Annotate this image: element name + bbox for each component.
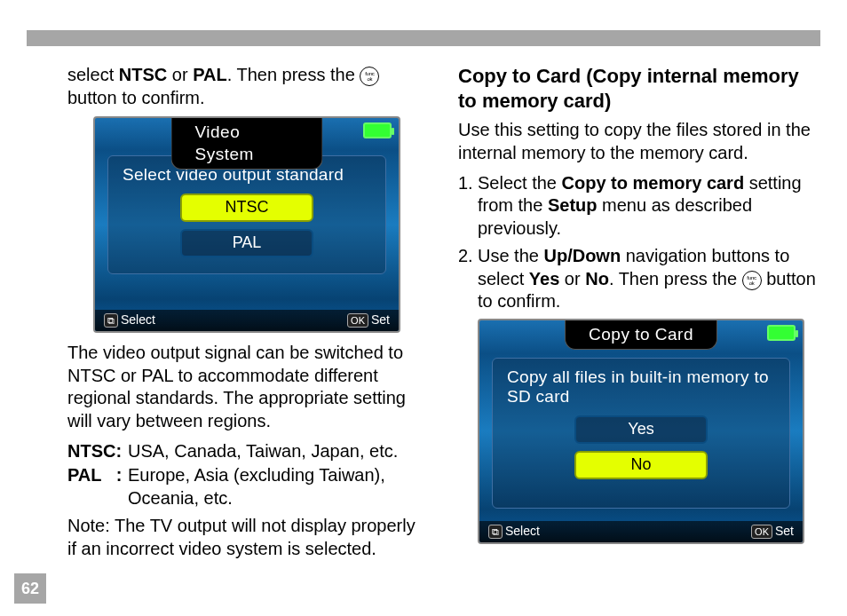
option-ntsc[interactable]: NTSC: [180, 193, 313, 222]
content-columns: select NTSC or PAL. Then press the funco…: [67, 64, 820, 596]
pal-term: PAL: [193, 65, 227, 84]
lcd-topbar: Video System: [95, 118, 399, 148]
step-number: 2.: [458, 245, 473, 268]
steps-list: 1. Select the Copy to memory card settin…: [458, 172, 817, 314]
region-list: NTSC: USA, Canada, Taiwan, Japan, etc. P…: [67, 440, 426, 510]
lcd-copy-to-card: Copy to Card Copy all files in built-in …: [478, 319, 804, 544]
pal-label: PAL :: [67, 464, 128, 509]
text: or: [167, 65, 193, 84]
footer-right: OKSet: [751, 524, 794, 540]
lcd-title: Video System: [171, 118, 323, 170]
option-yes[interactable]: Yes: [574, 415, 708, 444]
explain-paragraph: The video output signal can be switched …: [67, 342, 426, 432]
nav-key-icon: ⧉: [104, 313, 118, 328]
battery-icon: [363, 122, 392, 138]
left-column: select NTSC or PAL. Then press the funco…: [67, 64, 426, 596]
func-ok-icon: funcok: [742, 271, 762, 290]
ntsc-label: NTSC:: [67, 440, 128, 463]
func-ok-icon: funcok: [360, 67, 379, 86]
lcd-footer: ⧉Select OKSet: [95, 310, 399, 331]
page-number: 62: [14, 573, 46, 604]
copy-intro: Use this setting to copy the files store…: [458, 119, 817, 164]
text: Select the: [478, 173, 562, 193]
lcd-prompt: Copy all files in built-in memory to SD …: [507, 367, 780, 407]
battery-icon: [767, 325, 796, 341]
note-paragraph: Note: The TV output will not display pro…: [67, 515, 426, 560]
term: Copy to memory card: [562, 173, 745, 193]
term: Setup: [548, 195, 598, 215]
right-column: Copy to Card (Copy internal memory to me…: [458, 64, 817, 596]
pal-regions: Europe, Asia (excluding Taiwan), Oceania…: [128, 464, 426, 509]
lcd-body: Copy all files in built-in memory to SD …: [492, 358, 790, 509]
option-no[interactable]: No: [574, 451, 708, 479]
lcd-title: Copy to Card: [565, 320, 717, 350]
step-number: 1.: [458, 172, 473, 195]
copy-to-card-heading: Copy to Card (Copy internal memory to me…: [458, 64, 817, 114]
term: Up/Down: [543, 246, 621, 265]
step-2: 2. Use the Up/Down navigation buttons to…: [458, 245, 817, 313]
ntsc-regions: USA, Canada, Taiwan, Japan, etc.: [128, 440, 426, 463]
footer-right: OKSet: [347, 312, 390, 328]
ok-key-icon: OK: [347, 313, 368, 328]
lcd-footer: ⧉Select OKSet: [479, 521, 803, 542]
option-pal[interactable]: PAL: [180, 229, 313, 257]
footer-left: ⧉Select: [488, 524, 540, 540]
text: select: [67, 65, 119, 84]
manual-page: select NTSC or PAL. Then press the funco…: [0, 0, 847, 616]
text: . Then press the: [227, 65, 360, 84]
text: Use the: [478, 246, 543, 265]
lcd-video-system: Video System Select video output standar…: [93, 116, 400, 333]
step-1: 1. Select the Copy to memory card settin…: [458, 172, 817, 241]
ntsc-term: NTSC: [119, 65, 167, 84]
text: . Then press the: [609, 269, 742, 288]
intro-paragraph: select NTSC or PAL. Then press the funco…: [67, 64, 426, 109]
footer-left: ⧉Select: [104, 312, 155, 328]
term: Yes: [529, 269, 559, 288]
top-rule: [27, 30, 820, 46]
lcd-topbar: Copy to Card: [479, 320, 803, 351]
term: No: [585, 269, 609, 288]
text: button to confirm.: [67, 88, 205, 107]
nav-key-icon: ⧉: [488, 525, 503, 539]
ok-key-icon: OK: [751, 525, 772, 539]
lcd-body: Select video output standard NTSC PAL: [107, 155, 386, 274]
text: or: [559, 269, 585, 288]
